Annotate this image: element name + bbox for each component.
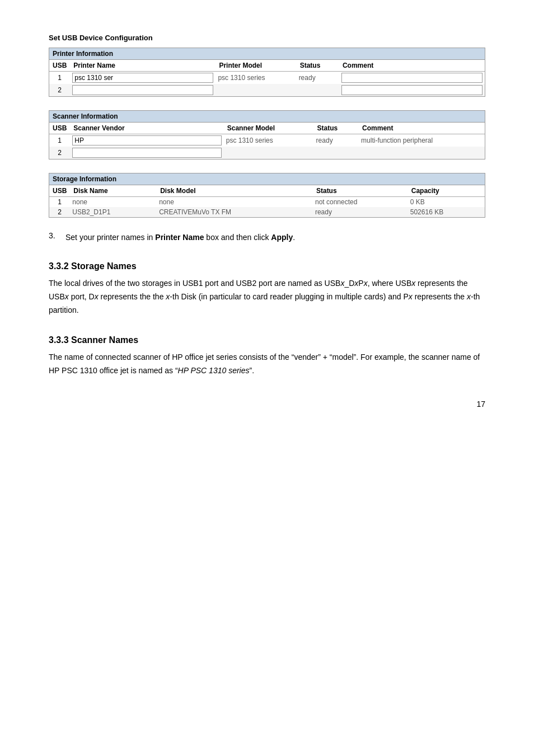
scanner-section-header: Scanner Information [49,111,485,123]
scanner-col-comment: Comment [359,123,485,134]
italic-x3: x [364,279,368,288]
storage-row2-usb: 2 [49,207,70,217]
printer-row1-comment-input[interactable] [341,73,483,83]
table-row: 1 psc 1310 series ready multi-function p… [49,134,485,147]
printer-col-model: Printer Model [216,60,296,72]
table-row: 1 psc 1310 series ready [49,72,485,84]
printer-col-status: Status [297,60,339,72]
page-title: Set USB Device Configuration [49,34,485,42]
scanner-row2-model [224,147,314,159]
scanner-row1-status: ready [314,134,359,147]
italic-x9: x [467,292,471,301]
printer-row2-model [216,84,296,96]
italic-x8: x [409,292,413,301]
step-3-container: 3. Set your printer names in Printer Nam… [49,231,485,243]
printer-row1-usb: 1 [49,72,70,84]
italic-x1: x [340,279,344,288]
scanner-col-usb: USB [49,123,70,134]
page-number: 17 [49,400,485,408]
step3-text-after: . [293,233,295,242]
table-row: 2 [49,147,485,159]
scanner-row2-status [314,147,359,159]
step3-text-before: Set your printer names in [65,233,155,242]
scanner-row2-vendor-input[interactable] [72,148,221,158]
step-3-body: Set your printer names in Printer Name b… [65,231,295,243]
storage-row1-usb: 1 [49,197,70,208]
printer-row1-model: psc 1310 series [216,72,296,84]
step3-bold2: Apply [271,233,293,242]
table-row: 2 USB2_D1P1 CREATIVEMuVo TX FM ready 502… [49,207,485,217]
scanner-col-model: Scanner Model [224,123,314,134]
printer-row2-name-cell [70,84,216,96]
printer-info-table: Printer Information USB Printer Name Pri… [49,48,485,97]
printer-row2-status [297,84,339,96]
page-content: Set USB Device Configuration Printer Inf… [49,34,485,408]
section-332-heading: 3.3.2 Storage Names [49,261,485,271]
printer-col-comment: Comment [339,60,485,72]
printer-table-header-row: USB Printer Name Printer Model Status Co… [49,60,485,72]
italic-x4: x [411,279,415,288]
table-row: 2 [49,84,485,96]
storage-row1-disk-name: none [70,197,157,208]
printer-table: USB Printer Name Printer Model Status Co… [49,60,485,96]
printer-row2-name-input[interactable] [72,85,213,95]
storage-col-capacity: Capacity [408,185,485,197]
printer-row2-usb: 2 [49,84,70,96]
printer-row1-name-cell [70,72,216,84]
printer-section-header: Printer Information [49,48,485,60]
table-row: 1 none none not connected 0 KB [49,197,485,208]
storage-table: USB Disk Name Disk Model Status Capacity… [49,185,485,217]
storage-col-disk-name: Disk Name [70,185,157,197]
section-333-text-after: ”. [249,366,254,375]
storage-col-disk-model: Disk Model [157,185,313,197]
printer-row1-comment-cell [339,72,485,84]
scanner-info-table: Scanner Information USB Scanner Vendor S… [49,110,485,159]
step-3-number: 3. [49,231,65,240]
scanner-row1-usb: 1 [49,134,70,147]
italic-x6: x [95,292,99,301]
scanner-col-vendor: Scanner Vendor [70,123,223,134]
scanner-row2-comment [359,147,485,159]
section-333-body: The name of connected scanner of HP offi… [49,351,485,378]
step3-bold1: Printer Name [155,233,204,242]
scanner-row1-model: psc 1310 series [224,134,314,147]
storage-col-usb: USB [49,185,70,197]
scanner-table-header-row: USB Scanner Vendor Scanner Model Status … [49,123,485,134]
storage-row1-disk-model: none [157,197,313,208]
scanner-row1-comment: multi-function peripheral [359,134,485,147]
scanner-row2-usb: 2 [49,147,70,159]
scanner-row1-vendor-input[interactable] [72,135,221,145]
italic-x7: x [166,292,170,301]
italic-x2: x [354,279,358,288]
printer-col-name: Printer Name [70,60,216,72]
storage-row2-disk-model: CREATIVEMuVo TX FM [157,207,313,217]
storage-info-table: Storage Information USB Disk Name Disk M… [49,173,485,218]
scanner-row2-vendor-cell [70,147,223,159]
storage-row1-capacity: 0 KB [408,197,485,208]
storage-row2-status: ready [313,207,408,217]
printer-row1-name-input[interactable] [72,73,213,83]
scanner-row1-vendor-cell [70,134,223,147]
storage-row2-capacity: 502616 KB [408,207,485,217]
section-333-text-before: The name of connected scanner of HP offi… [49,353,480,375]
storage-col-status: Status [313,185,408,197]
printer-row1-status: ready [297,72,339,84]
italic-x5: x [65,292,69,301]
printer-row2-comment-input[interactable] [341,85,483,95]
scanner-table: USB Scanner Vendor Scanner Model Status … [49,123,485,159]
storage-row1-status: not connected [313,197,408,208]
printer-row2-comment-cell [339,84,485,96]
section-332-body: The local drives of the two storages in … [49,277,485,317]
step3-text-middle: box and then click [204,233,271,242]
storage-table-header-row: USB Disk Name Disk Model Status Capacity [49,185,485,197]
printer-col-usb: USB [49,60,70,72]
scanner-col-status: Status [314,123,359,134]
section-333-heading: 3.3.3 Scanner Names [49,335,485,345]
section-333-italic: HP PSC 1310 series [178,366,250,375]
storage-row2-disk-name: USB2_D1P1 [70,207,157,217]
storage-section-header: Storage Information [49,173,485,185]
